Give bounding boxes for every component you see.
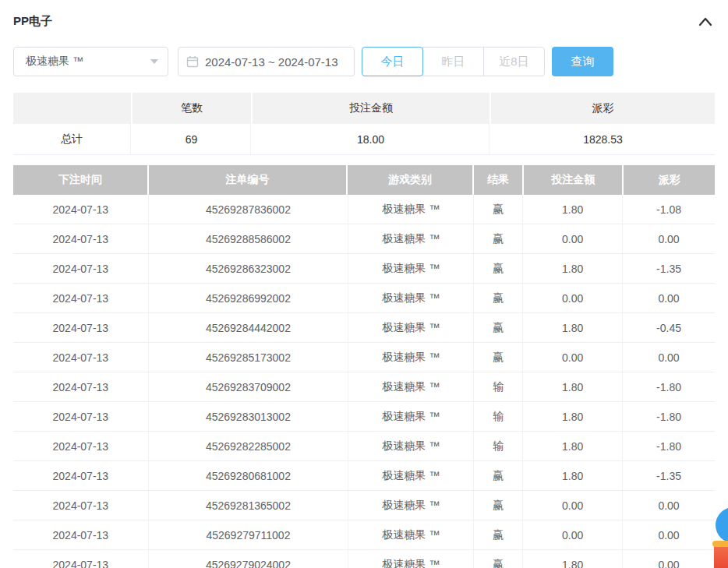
cell-payout: -1.80 [623,432,715,460]
cell-bet-amount: 0.00 [523,284,623,312]
cell-payout: -1.08 [623,195,715,224]
cell-game-category: 极速糖果 ™ [348,461,474,490]
cell-payout: -1.35 [623,461,715,490]
table-row: 2024-07-1345269288586002极速糖果 ™赢0.000.00 [13,224,715,254]
cell-bet-time: 2024-07-13 [13,195,149,224]
cell-result: 赢 [474,520,523,549]
cell-result: 赢 [474,461,523,490]
cell-game-category: 极速糖果 ™ [348,550,474,568]
summary-total-label: 总计 [13,124,131,154]
cell-game-category: 极速糖果 ™ [348,372,474,401]
table-row: 2024-07-1345269279711002极速糖果 ™赢0.000.00 [13,520,715,550]
cell-game-category: 极速糖果 ™ [348,254,474,283]
cell-bet-time: 2024-07-13 [13,461,149,490]
table-row: 2024-07-1345269283709002极速糖果 ™输1.80-1.80 [13,372,715,402]
cell-order-id: 45269286323002 [149,254,349,283]
cell-bet-amount: 1.80 [523,402,623,431]
quick-filter-yesterday[interactable]: 昨日 [422,47,484,76]
summary-table: 笔数 投注金额 派彩 总计 69 18.00 1828.53 [13,93,715,155]
summary-total-row: 总计 69 18.00 1828.53 [13,124,715,155]
cell-game-category: 极速糖果 ™ [348,224,474,253]
cell-order-id: 45269281365002 [149,491,349,520]
cell-game-category: 极速糖果 ™ [348,402,474,431]
header-result: 结果 [474,165,522,195]
summary-bet-amount-value: 18.00 [253,124,489,154]
cell-order-id: 45269280681002 [149,461,349,490]
date-range-input[interactable]: 2024-07-13 ~ 2024-07-13 [178,47,355,76]
cell-game-category: 极速糖果 ™ [348,284,474,312]
cell-bet-amount: 1.80 [523,254,623,283]
cell-bet-amount: 0.00 [523,520,623,549]
cell-result: 赢 [474,254,523,283]
collapse-button[interactable] [696,15,715,29]
red-envelope-button[interactable] [714,543,728,568]
cell-order-id: 45269279711002 [149,520,349,549]
cell-order-id: 45269284442002 [149,313,349,342]
cell-bet-time: 2024-07-13 [13,313,149,342]
table-row: 2024-07-1345269280681002极速糖果 ™赢1.80-1.35 [13,461,715,491]
cell-order-id: 45269283013002 [149,402,349,431]
cell-game-category: 极速糖果 ™ [348,491,474,520]
cell-payout: 0.00 [623,491,715,520]
cell-result: 赢 [474,313,523,342]
header-payout: 派彩 [624,165,715,195]
bets-table: 下注时间 注单编号 游戏类别 结果 投注金额 派彩 2024-07-134526… [13,165,715,568]
bets-table-body: 2024-07-1345269287836002极速糖果 ™赢1.80-1.08… [13,195,715,568]
bets-header-row: 下注时间 注单编号 游戏类别 结果 投注金额 派彩 [13,165,715,195]
cell-bet-amount: 1.80 [523,313,623,342]
header-game-category: 游戏类别 [348,165,472,195]
cell-payout: -0.45 [623,313,715,342]
cell-result: 赢 [474,195,523,224]
quick-filter-last8days[interactable]: 近8日 [483,47,545,76]
cell-bet-time: 2024-07-13 [13,520,149,549]
cell-game-category: 极速糖果 ™ [348,343,474,372]
cell-payout: -1.35 [623,254,715,283]
cell-order-id: 45269285173002 [149,343,349,372]
game-select[interactable]: 极速糖果 ™ [13,47,168,76]
chevron-up-icon [698,18,713,30]
quick-filter-today[interactable]: 今日 [362,47,423,76]
summary-payout-value: 1828.53 [491,124,715,154]
cell-bet-time: 2024-07-13 [13,284,149,312]
cell-order-id: 45269279024002 [149,550,349,568]
cell-bet-time: 2024-07-13 [13,224,149,253]
table-row: 2024-07-1345269281365002极速糖果 ™赢0.000.00 [13,491,715,520]
cell-result: 输 [474,372,523,401]
cell-game-category: 极速糖果 ™ [348,195,474,224]
table-row: 2024-07-1345269282285002极速糖果 ™输1.80-1.80 [13,432,715,461]
cell-bet-time: 2024-07-13 [13,372,149,401]
cell-order-id: 45269282285002 [149,432,349,460]
cell-bet-amount: 1.80 [523,195,623,224]
cell-result: 赢 [474,224,523,253]
cell-result: 赢 [474,284,523,312]
cell-bet-amount: 0.00 [523,224,623,253]
query-button[interactable]: 查询 [552,47,613,76]
summary-header-empty [13,93,131,124]
cell-payout: 0.00 [623,520,715,549]
summary-count-value: 69 [133,124,251,154]
cell-game-category: 极速糖果 ™ [348,432,474,460]
cell-bet-time: 2024-07-13 [13,432,149,460]
cell-bet-amount: 0.00 [523,491,623,520]
table-row: 2024-07-1345269286323002极速糖果 ™赢1.80-1.35 [13,254,715,284]
cell-bet-time: 2024-07-13 [13,343,149,372]
cell-payout: -1.80 [623,372,715,401]
cell-bet-amount: 1.80 [523,550,623,568]
cell-bet-amount: 1.80 [523,461,623,490]
panel-header: PP电子 [13,0,715,29]
header-bet-time: 下注时间 [13,165,147,195]
table-row: 2024-07-1345269279024002极速糖果 ™赢1.800.00 [13,550,715,568]
cell-bet-amount: 1.80 [523,432,623,460]
header-bet-amount: 投注金额 [524,165,622,195]
cell-order-id: 45269283709002 [149,372,349,401]
header-order-id: 注单编号 [149,165,347,195]
table-row: 2024-07-1345269286992002极速糖果 ™赢0.000.00 [13,284,715,313]
game-select-value: 极速糖果 ™ [26,55,83,69]
date-range-text: 2024-07-13 ~ 2024-07-13 [205,55,338,69]
bet-records-window: PP电子 极速糖果 ™ [0,0,728,568]
summary-header-payout: 派彩 [491,93,715,124]
summary-header-count: 笔数 [133,93,251,124]
cell-result: 赢 [474,343,523,372]
cell-bet-time: 2024-07-13 [13,254,149,283]
cell-order-id: 45269288586002 [149,224,349,253]
